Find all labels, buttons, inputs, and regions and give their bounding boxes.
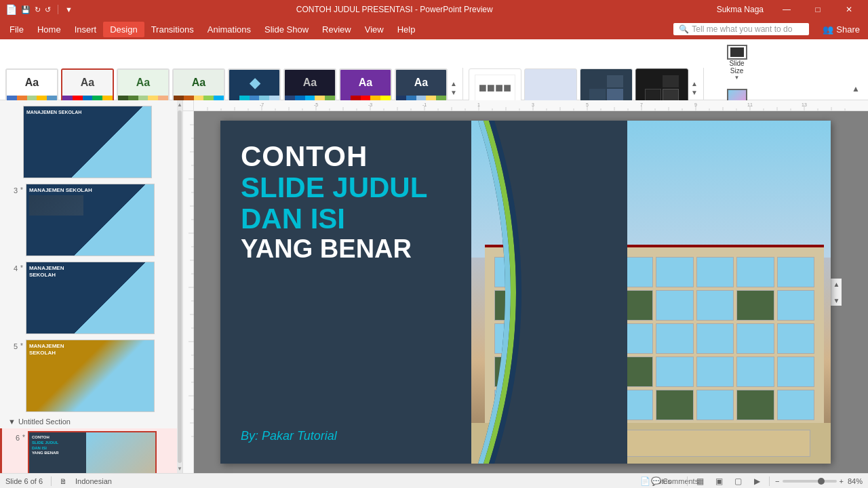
slide-curve-svg	[478, 121, 627, 464]
language-indicator: 🗎	[60, 477, 67, 485]
sep1	[58, 5, 58, 14]
search-placeholder: Tell me what you want to do	[692, 24, 792, 34]
panel-scroll-down[interactable]: ▼	[177, 464, 182, 473]
svg-text:1: 1	[477, 102, 480, 107]
slide-size-dropdown: ▼	[734, 75, 740, 81]
slide-num-3: 3	[5, 186, 18, 195]
quick-access-more[interactable]: ▼	[65, 5, 73, 14]
slide-image-3: MANAJEMEN SEKOLAH	[26, 184, 155, 256]
zoom-minus[interactable]: −	[775, 477, 779, 485]
section-label[interactable]: ▼ Untitled Section	[0, 415, 182, 428]
search-bar[interactable]: 🔍 Tell me what you want to do	[673, 23, 809, 35]
close-button[interactable]: ✕	[835, 3, 863, 16]
slide-canvas[interactable]: SG CONTOH SLIDE JUDUL DAN ISI YANG BENAR…	[220, 121, 831, 464]
menu-insert[interactable]: Insert	[68, 22, 104, 37]
variants-scroll-down[interactable]: ▼	[691, 89, 698, 96]
vertical-ruler: -7 -5 -3 -1 1	[183, 111, 194, 473]
variants-scroll-up[interactable]: ▲	[691, 80, 698, 87]
variants-scroll: ▲ ▼	[691, 80, 698, 96]
panel-scroll-up[interactable]: ▲	[177, 100, 182, 109]
slide-thumb-6[interactable]: 6 * CONTOHSLIDE JUDULDAN ISIYANG BENAR	[0, 428, 182, 473]
themes-scroll-up[interactable]: ▲	[450, 80, 457, 87]
menu-review[interactable]: Review	[315, 22, 358, 37]
status-sep-1	[51, 476, 52, 486]
menu-file[interactable]: File	[3, 22, 31, 37]
svg-text:5: 5	[586, 102, 589, 107]
notes-icon: 📄	[640, 476, 650, 486]
slide-thumb-2[interactable]: MANAJEMEN SEKOLAH	[0, 103, 182, 181]
slide-title-line2: SLIDE JUDUL	[241, 172, 427, 203]
panel-scroll-thumb[interactable]	[178, 110, 182, 463]
maximize-button[interactable]: □	[804, 3, 831, 16]
slide-title-container: CONTOH SLIDE JUDUL DAN ISI YANG BENAR	[241, 141, 427, 263]
themes-scroll-down[interactable]: ▼	[450, 89, 457, 96]
menu-bar: File Home Insert Design Transitions Anim…	[0, 19, 868, 39]
section-name: Untitled Section	[18, 418, 71, 426]
ribbon-collapse[interactable]: ▲	[849, 82, 863, 94]
panel-scrollbar[interactable]: ▲ ▼	[177, 100, 182, 473]
slide-size-icon	[727, 45, 747, 60]
slide-thumb-4[interactable]: 4 * MANAJEMENSEKOLAH	[0, 259, 182, 337]
slide-size-label: SlideSize	[729, 60, 744, 75]
svg-text:3: 3	[532, 102, 534, 107]
slide-image-5: MANAJEMENSEKOLAH	[26, 340, 155, 412]
scroll-track	[831, 289, 843, 295]
slide-thumb-5[interactable]: 5 * MANAJEMENSEKOLAH	[0, 337, 182, 415]
slide-image-6: CONTOHSLIDE JUDULDAN ISIYANG BENAR	[28, 431, 157, 473]
ruler-h-marks: -7 -5 -3 -1 1 3 5 7 9 11 13	[194, 100, 868, 110]
titlebar-right: Sukma Naga — □ ✕	[717, 3, 863, 16]
quick-access-redo[interactable]: ↺	[45, 5, 51, 14]
section-icon: ▼	[8, 418, 16, 426]
slide-star-3: *	[20, 186, 23, 194]
slide-subtitle: By: Pakar Tutorial	[241, 429, 337, 443]
menu-design[interactable]: Design	[103, 22, 144, 37]
zoom-plus[interactable]: +	[840, 477, 844, 485]
menu-view[interactable]: View	[358, 22, 391, 37]
slide-sorter-button[interactable]: ▣	[712, 476, 726, 487]
slide-size-inner	[730, 47, 744, 57]
slide-panel: MANAJEMEN SEKOLAH 3 * MANAJEMEN SEKOLAH …	[0, 100, 183, 473]
horizontal-ruler: -7 -5 -3 -1 1 3 5 7 9 11 13	[183, 100, 868, 111]
svg-text:11: 11	[747, 102, 753, 107]
share-button[interactable]: 👥 Share	[817, 22, 865, 37]
normal-view-button[interactable]: ▦	[693, 476, 707, 487]
scroll-up-arrow[interactable]: ▲	[832, 279, 842, 289]
quick-access-undo[interactable]: ↻	[35, 5, 41, 14]
scroll-down-arrow[interactable]: ▼	[832, 295, 842, 306]
zoom-bar: − + 84%	[775, 477, 863, 485]
share-icon: 👥	[823, 24, 833, 35]
window-title: CONTOH JUDUL PRESENTASI - PowerPoint Pre…	[296, 5, 493, 14]
vertical-scrollbar[interactable]: ▲ ▼	[831, 279, 842, 306]
status-sep-3	[769, 476, 770, 486]
slideshow-button[interactable]: ▶	[750, 476, 764, 487]
svg-text:-7: -7	[260, 102, 264, 107]
svg-text:7: 7	[640, 102, 643, 107]
ribbon: Aa Aa Aa	[0, 39, 868, 100]
ruler-v-svg: -7 -5 -3 -1 1	[183, 111, 194, 473]
menu-help[interactable]: Help	[391, 22, 422, 37]
zoom-thumb[interactable]	[818, 478, 825, 485]
slide-title-line4: YANG BENAR	[241, 235, 427, 264]
menu-animations[interactable]: Animations	[201, 22, 258, 37]
menu-slideshow[interactable]: Slide Show	[258, 22, 315, 37]
slide-star-4: *	[20, 264, 23, 272]
slide-thumb-3[interactable]: 3 * MANAJEMEN SEKOLAH	[0, 181, 182, 259]
slide-size-button[interactable]: SlideSize ▼	[723, 42, 751, 83]
collapse-icon: ▲	[849, 81, 863, 96]
comments-button[interactable]: 💬 Comments	[668, 476, 682, 487]
search-icon: 🔍	[679, 24, 689, 34]
canvas-with-ruler: -7 -5 -3 -1 1	[183, 111, 868, 473]
slide-num-4: 4	[5, 264, 18, 272]
slide-star-6: *	[22, 434, 25, 441]
slide-title-line1: CONTOH	[241, 141, 427, 172]
menu-home[interactable]: Home	[31, 22, 68, 37]
slide-canvas-area: SG CONTOH SLIDE JUDUL DAN ISI YANG BENAR…	[194, 111, 868, 473]
zoom-level[interactable]: 84%	[848, 477, 863, 485]
reading-view-button[interactable]: ▢	[731, 476, 745, 487]
minimize-button[interactable]: —	[773, 3, 800, 16]
menu-transitions[interactable]: Transitions	[144, 22, 201, 37]
slide-image-4: MANAJEMENSEKOLAH	[26, 262, 155, 334]
svg-text:-1: -1	[422, 102, 427, 107]
zoom-slider[interactable]	[783, 480, 837, 483]
quick-access-save[interactable]: 💾	[21, 5, 31, 14]
